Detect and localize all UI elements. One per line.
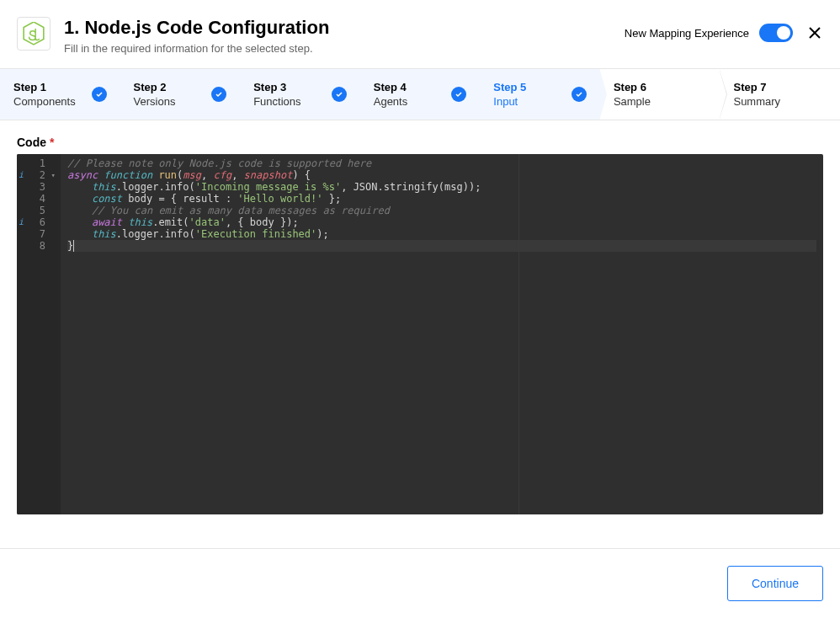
footer: Continue	[0, 548, 840, 618]
step-number: Step 5	[493, 81, 526, 93]
step-number: Step 2	[134, 81, 176, 93]
step-agents[interactable]: Step 4Agents	[360, 69, 481, 120]
step-summary[interactable]: Step 7Summary	[720, 69, 840, 120]
step-number: Step 6	[614, 81, 651, 93]
mapping-toggle-label: New Mapping Experience	[625, 27, 749, 40]
step-name: Versions	[134, 95, 176, 108]
step-versions[interactable]: Step 2Versions	[120, 69, 241, 120]
code-line[interactable]: async function run(msg, cfg, snapshot) {	[67, 169, 816, 181]
gutter-line: i2▾	[17, 169, 61, 181]
code-line[interactable]: this.logger.info('Execution finished');	[67, 228, 816, 240]
editor-gutter: 1i2▾345i678	[17, 154, 61, 514]
gutter-line: 3	[17, 181, 61, 193]
gutter-line: 7	[17, 228, 61, 240]
code-line[interactable]: // You can emit as many data messages as…	[67, 205, 816, 216]
editor-code[interactable]: // Please note only Node.js code is supp…	[61, 154, 823, 514]
gutter-line: i6	[17, 216, 61, 228]
code-line[interactable]: }	[67, 240, 816, 252]
check-icon	[451, 87, 466, 102]
step-name: Summary	[733, 95, 780, 108]
gutter-line: 4	[17, 193, 61, 205]
check-icon	[211, 87, 226, 102]
nodejs-logo	[17, 17, 51, 51]
code-line[interactable]: await this.emit('data', { body });	[67, 216, 816, 228]
close-icon	[808, 26, 821, 40]
step-input[interactable]: Step 5Input	[480, 69, 600, 120]
code-field-label: Code *	[17, 136, 823, 149]
check-icon	[332, 87, 347, 102]
code-editor[interactable]: 1i2▾345i678 // Please note only Node.js …	[17, 154, 823, 514]
step-name: Components	[13, 95, 76, 108]
header-text: 1. Node.js Code Configuration Fill in th…	[64, 17, 625, 55]
gutter-line: 1	[17, 157, 61, 169]
page-subtitle: Fill in the required information for the…	[64, 42, 625, 55]
step-components[interactable]: Step 1Components	[0, 69, 120, 120]
code-label-text: Code	[17, 136, 46, 149]
step-functions[interactable]: Step 3Functions	[240, 69, 360, 120]
editor-ruler	[518, 154, 519, 514]
step-name: Functions	[253, 95, 300, 108]
step-number: Step 1	[13, 81, 76, 93]
page-title: 1. Node.js Code Configuration	[64, 17, 625, 39]
code-line[interactable]: // Please note only Node.js code is supp…	[67, 157, 816, 169]
required-indicator: *	[50, 136, 54, 149]
continue-button[interactable]: Continue	[727, 566, 823, 601]
step-name: Input	[493, 95, 526, 108]
check-icon	[572, 87, 587, 102]
step-number: Step 7	[733, 81, 780, 93]
step-number: Step 3	[253, 81, 300, 93]
step-name: Agents	[374, 95, 407, 108]
step-sample[interactable]: Step 6Sample	[600, 69, 720, 120]
header: 1. Node.js Code Configuration Fill in th…	[0, 0, 840, 69]
step-navigation: Step 1ComponentsStep 2VersionsStep 3Func…	[0, 69, 840, 120]
mapping-toggle[interactable]	[759, 24, 793, 42]
code-line[interactable]: this.logger.info('Incoming message is %s…	[67, 181, 816, 193]
code-line[interactable]: const body = { result : 'Hello world!' }…	[67, 193, 816, 205]
check-icon	[92, 87, 107, 102]
close-button[interactable]	[806, 24, 823, 41]
gutter-line: 5	[17, 205, 61, 216]
header-right: New Mapping Experience	[625, 24, 823, 42]
step-name: Sample	[614, 95, 651, 108]
gutter-line: 8	[17, 240, 61, 252]
nodejs-icon	[23, 22, 45, 45]
step-number: Step 4	[374, 81, 407, 93]
content-area: Code * 1i2▾345i678 // Please note only N…	[0, 120, 840, 530]
